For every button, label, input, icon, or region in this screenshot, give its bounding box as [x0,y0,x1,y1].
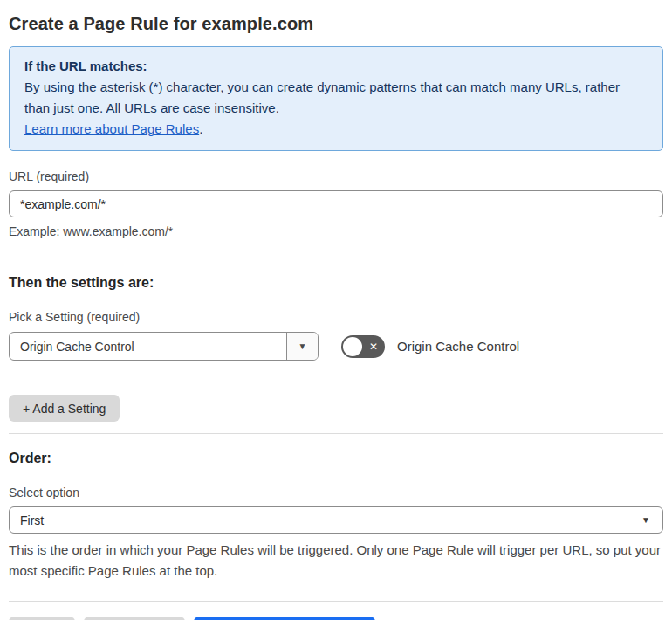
url-field-label: URL (required) [9,169,663,184]
setting-select-value: Origin Cache Control [10,333,286,360]
setting-select[interactable]: Origin Cache Control ▼ [9,332,319,361]
info-link-line: Learn more about Page Rules. [24,119,648,140]
order-select-value: First [20,513,641,527]
order-select[interactable]: First ▼ [9,506,663,534]
setting-toggle-label: Origin Cache Control [397,339,519,354]
url-example-hint: Example: www.example.com/* [9,224,663,239]
origin-cache-control-toggle[interactable]: ✕ [341,335,385,358]
cancel-button[interactable]: Cancel [9,617,75,620]
divider [9,601,663,602]
page-title: Create a Page Rule for example.com [9,12,663,35]
setting-picker-label: Pick a Setting (required) [9,309,663,325]
divider [9,433,663,434]
save-and-deploy-button[interactable]: Save and Deploy Page Rule [194,617,375,620]
chevron-down-icon: ▼ [298,341,307,351]
setting-select-arrow-button[interactable]: ▼ [286,333,318,360]
url-match-info-callout: If the URL matches: By using the asteris… [9,46,663,151]
save-as-draft-button[interactable]: Save as Draft [84,617,186,620]
page-rule-form: Create a Page Rule for example.com If th… [0,0,672,620]
settings-section-heading: Then the settings are: [9,273,663,292]
chevron-down-icon: ▼ [641,515,650,525]
footer-actions: Cancel Save as Draft Save and Deploy Pag… [9,617,663,620]
setting-row: Origin Cache Control ▼ ✕ Origin Cache Co… [9,332,663,361]
divider [9,258,663,258]
setting-toggle-group: ✕ Origin Cache Control [341,335,519,358]
url-input[interactable] [9,190,663,217]
order-section-heading: Order: [9,449,663,467]
info-link-suffix: . [199,121,202,136]
info-body-text: By using the asterisk (*) character, you… [24,77,648,119]
toggle-off-x-icon: ✕ [369,341,378,352]
order-description: This is the order in which your Page Rul… [9,540,662,582]
add-setting-button[interactable]: + Add a Setting [9,395,120,422]
learn-more-link[interactable]: Learn more about Page Rules [24,121,199,136]
info-heading: If the URL matches: [24,56,648,77]
toggle-knob [343,337,362,356]
order-select-label: Select option [9,485,663,500]
